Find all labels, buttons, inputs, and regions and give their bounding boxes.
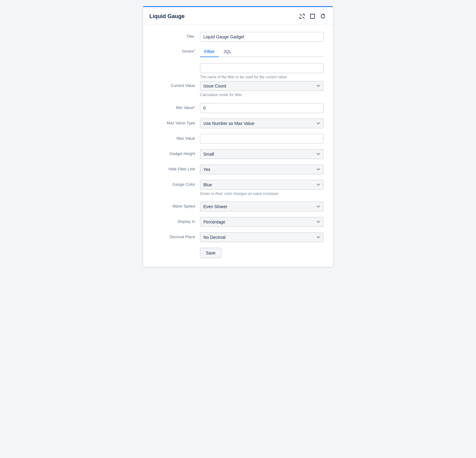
display-in-row: Display In Percentage Number	[152, 217, 324, 227]
gauge-color-label: Gauge Color	[152, 180, 200, 187]
gadget-height-label: Gadget Height	[152, 149, 200, 156]
panel-body: Title: Issues* Filter JQL The name of th	[143, 25, 333, 267]
max-value-label: Max Value	[152, 134, 200, 141]
issues-tabs: Filter JQL	[200, 47, 324, 57]
tab-filter[interactable]: Filter	[200, 47, 219, 57]
wave-speed-row: Wave Speed Even Slower Slow Normal Fast	[152, 202, 324, 212]
current-value-select[interactable]: Issue Count Story Points Custom Field	[200, 81, 324, 91]
title-input[interactable]	[200, 32, 324, 42]
issues-required: *	[194, 49, 195, 53]
save-row: Save	[152, 248, 324, 258]
gadget-height-select[interactable]: Small Medium Large	[200, 149, 324, 159]
gauge-color-row: Gauge Color Blue Green Red Green to Red …	[152, 180, 324, 196]
current-value-row: Current Value Issue Count Story Points C…	[152, 81, 324, 98]
save-button[interactable]: Save	[200, 248, 221, 258]
min-value-label: Min Value*	[152, 103, 200, 110]
min-value-input[interactable]	[200, 103, 324, 113]
decimal-place-wrap: No Decimal 1 Decimal 2 Decimals	[200, 232, 324, 242]
max-value-type-wrap: Use Number as Max Value Use Filter as Ma…	[200, 118, 324, 128]
hide-filter-link-label: Hide Filter Link	[152, 165, 200, 171]
gadget-height-row: Gadget Height Small Medium Large	[152, 149, 324, 159]
gauge-color-wrap: Blue Green Red Green to Red Green to Red…	[200, 180, 324, 196]
liquid-gauge-panel: Liquid Gauge Title:	[143, 6, 333, 267]
svg-rect-0	[310, 14, 315, 18]
gauge-color-select[interactable]: Blue Green Red Green to Red	[200, 180, 324, 190]
min-value-row: Min Value*	[152, 103, 324, 113]
title-label: Title:	[152, 32, 200, 39]
issues-label: Issues*	[152, 47, 200, 53]
current-value-wrap: Issue Count Story Points Custom Field Ca…	[200, 81, 324, 98]
wave-speed-label: Wave Speed	[152, 202, 200, 208]
expand-icon[interactable]	[298, 13, 306, 20]
display-in-wrap: Percentage Number	[200, 217, 324, 227]
max-value-type-label: Max Value Type	[152, 118, 200, 125]
panel-header: Liquid Gauge	[143, 7, 333, 25]
issues-tabs-row: Issues* Filter JQL	[152, 47, 324, 60]
max-value-input[interactable]	[200, 134, 324, 144]
gadget-height-wrap: Small Medium Large	[200, 149, 324, 159]
filter-helper: The name of the filter to be used for th…	[200, 75, 324, 80]
hide-filter-link-wrap: Yes No	[200, 165, 324, 174]
display-in-label: Display In	[152, 217, 200, 224]
panel-title: Liquid Gauge	[149, 13, 185, 20]
gauge-color-helper: Green to Red: color changes as value inc…	[200, 191, 324, 196]
current-value-helper: Calculation mode for filter.	[200, 92, 324, 98]
current-value-label: Current Value	[152, 81, 200, 88]
display-in-select[interactable]: Percentage Number	[200, 217, 324, 227]
tab-jql[interactable]: JQL	[219, 47, 236, 57]
filter-input-row: The name of the filter to be used for th…	[152, 63, 324, 80]
min-value-required: *	[194, 105, 195, 110]
title-input-wrap	[200, 32, 324, 42]
title-row: Title:	[152, 32, 324, 42]
hide-filter-link-row: Hide Filter Link Yes No	[152, 165, 324, 174]
max-value-row: Max Value	[152, 134, 324, 144]
max-value-type-row: Max Value Type Use Number as Max Value U…	[152, 118, 324, 128]
header-icons	[298, 13, 327, 20]
tabs-container: Filter JQL	[200, 47, 324, 60]
max-value-wrap	[200, 134, 324, 144]
decimal-place-select[interactable]: No Decimal 1 Decimal 2 Decimals	[200, 232, 324, 242]
max-value-type-select[interactable]: Use Number as Max Value Use Filter as Ma…	[200, 118, 324, 128]
refresh-icon[interactable]	[319, 13, 327, 20]
wave-speed-wrap: Even Slower Slow Normal Fast	[200, 202, 324, 212]
min-value-wrap	[200, 103, 324, 113]
filter-input[interactable]	[200, 63, 324, 73]
hide-filter-link-select[interactable]: Yes No	[200, 165, 324, 174]
decimal-place-row: Decimal Place No Decimal 1 Decimal 2 Dec…	[152, 232, 324, 242]
decimal-place-label: Decimal Place	[152, 232, 200, 239]
fullscreen-icon[interactable]	[309, 13, 316, 20]
filter-input-wrap: The name of the filter to be used for th…	[200, 63, 324, 80]
wave-speed-select[interactable]: Even Slower Slow Normal Fast	[200, 202, 324, 212]
